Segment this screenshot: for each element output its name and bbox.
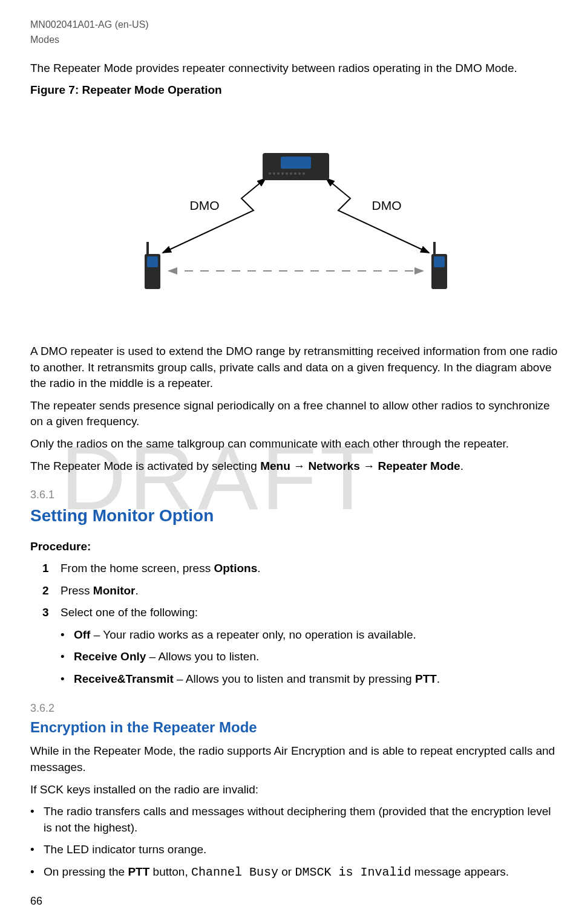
step2-monitor: Monitor (93, 584, 136, 597)
encryption-para2: If SCK keys installed on the radio are i… (30, 782, 561, 798)
opt-rxtx-label: Receive&Transmit (74, 672, 174, 685)
menu-path-menu: Menu (260, 460, 290, 472)
step3-text: Select one of the following: (61, 605, 198, 621)
menu-path-networks: Networks (308, 460, 360, 472)
para4-pre: The Repeater Mode is activated by select… (30, 460, 260, 472)
intro-text: The Repeater Mode provides repeater conn… (30, 60, 561, 77)
option-receive-only: • Receive Only – Allows you to listen. (61, 649, 561, 665)
handheld-right-icon (431, 254, 447, 289)
repeater-diagram: DMO DMO (145, 153, 447, 289)
procedure-step-2: 2 Press Monitor. (30, 583, 561, 599)
opt-rxonly-label: Receive Only (74, 650, 146, 663)
page-number: 66 (30, 894, 42, 909)
section-title-362: Encryption in the Repeater Mode (30, 717, 561, 738)
option-receive-transmit: • Receive&Transmit – Allows you to liste… (61, 671, 561, 688)
opt-rxtx-ptt: PTT (415, 672, 437, 685)
step1-options: Options (214, 562, 257, 574)
repeater-device-icon (263, 153, 329, 180)
step2-post: . (136, 584, 139, 597)
section-num-362: 3.6.2 (30, 701, 561, 716)
opt-off-text: – Your radio works as a repeater only, n… (90, 628, 416, 641)
procedure-label: Procedure: (30, 539, 561, 555)
dmo-label-right: DMO (372, 197, 402, 214)
b3-or: or (278, 865, 295, 878)
para-dmo-repeater: A DMO repeater is used to extend the DMO… (30, 343, 561, 392)
b3-pre: On pressing the (44, 865, 128, 878)
step1-pre: From the home screen, press (61, 562, 214, 574)
opt-rxonly-text: – Allows you to listen. (146, 650, 259, 663)
sck-invalid-list: • The radio transfers calls and messages… (30, 804, 561, 881)
step3-num: 3 (42, 605, 61, 621)
sck-item-1: • The radio transfers calls and messages… (30, 804, 561, 836)
handheld-left-icon (145, 254, 160, 289)
sck-item-3: • On pressing the PTT button, Channel Bu… (30, 864, 561, 881)
figure-title: Figure 7: Repeater Mode Operation (30, 82, 561, 99)
monitor-options-list: • Off – Your radio works as a repeater o… (61, 627, 561, 688)
opt-rxtx-post: . (437, 672, 440, 685)
doc-section: Modes (30, 33, 561, 47)
procedure-list: 1 From the home screen, press Options. 2… (30, 561, 561, 621)
para4-post: . (460, 460, 463, 472)
para-talkgroup: Only the radios on the same talkgroup ca… (30, 436, 561, 452)
para-presence-signal: The repeater sends presence signal perio… (30, 398, 561, 430)
sck-item-2: • The LED indicator turns orange. (30, 842, 561, 858)
step1-post: . (257, 562, 260, 574)
para4-arrow1: → (290, 460, 309, 472)
sck-b2: The LED indicator turns orange. (44, 842, 206, 858)
section-num-361: 3.6.1 (30, 487, 561, 503)
menu-path-repeater-mode: Repeater Mode (378, 460, 460, 472)
opt-off-label: Off (74, 628, 90, 641)
para4-arrow2: → (360, 460, 378, 472)
procedure-step-1: 1 From the home screen, press Options. (30, 561, 561, 577)
b3-dmsck-invalid: DMSCK is Invalid (295, 865, 411, 879)
opt-rxtx-mid: – Allows you to listen and transmit by p… (174, 672, 415, 685)
sck-b1: The radio transfers calls and messages w… (44, 804, 561, 836)
para-activation: The Repeater Mode is activated by select… (30, 458, 561, 475)
dmo-label-left: DMO (190, 197, 220, 214)
b3-ptt: PTT (128, 865, 149, 878)
b3-mid1: button, (149, 865, 191, 878)
step1-num: 1 (42, 561, 61, 577)
doc-id: MN002041A01-AG (en-US) (30, 18, 561, 31)
option-off: • Off – Your radio works as a repeater o… (61, 627, 561, 643)
encryption-para1: While in the Repeater Mode, the radio su… (30, 743, 561, 775)
step2-num: 2 (42, 583, 61, 599)
section-title-361: Setting Monitor Option (30, 504, 561, 527)
b3-post: message appears. (411, 865, 509, 878)
step2-pre: Press (61, 584, 93, 597)
b3-channel-busy: Channel Busy (191, 865, 278, 879)
procedure-step-3: 3 Select one of the following: (30, 605, 561, 621)
